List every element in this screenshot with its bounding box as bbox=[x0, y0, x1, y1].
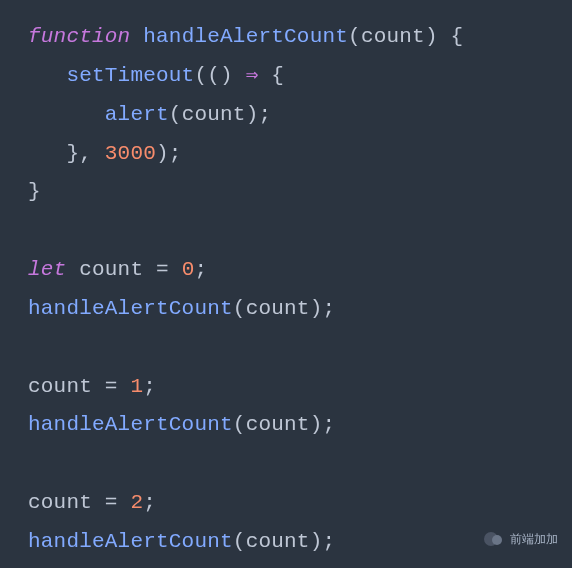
wechat-icon bbox=[482, 528, 504, 550]
line-3: alert(count); bbox=[28, 103, 271, 126]
line-13: count = 2; bbox=[28, 491, 156, 514]
line-6 bbox=[28, 219, 41, 242]
line-11: handleAlertCount(count); bbox=[28, 413, 335, 436]
param-count: count bbox=[361, 25, 425, 48]
number-0: 0 bbox=[182, 258, 195, 281]
watermark: 前端加加 bbox=[482, 528, 558, 550]
var-count: count bbox=[79, 258, 143, 281]
line-7: let count = 0; bbox=[28, 258, 207, 281]
function-name: handleAlertCount bbox=[143, 25, 348, 48]
number-3000: 3000 bbox=[105, 142, 156, 165]
line-9 bbox=[28, 336, 41, 359]
keyword-let: let bbox=[28, 258, 66, 281]
line-1: function handleAlertCount(count) { bbox=[28, 25, 463, 48]
line-5: } bbox=[28, 180, 41, 203]
watermark-text: 前端加加 bbox=[510, 528, 558, 550]
keyword-function: function bbox=[28, 25, 130, 48]
call-handleAlertCount: handleAlertCount bbox=[28, 297, 233, 320]
call-setTimeout: setTimeout bbox=[66, 64, 194, 87]
call-alert: alert bbox=[105, 103, 169, 126]
line-2: setTimeout(() ⇒ { bbox=[28, 64, 284, 87]
line-4: }, 3000); bbox=[28, 142, 182, 165]
number-2: 2 bbox=[130, 491, 143, 514]
number-1: 1 bbox=[130, 375, 143, 398]
arrow-icon: ⇒ bbox=[246, 64, 259, 87]
line-10: count = 1; bbox=[28, 375, 156, 398]
line-8: handleAlertCount(count); bbox=[28, 297, 335, 320]
code-block: function handleAlertCount(count) { setTi… bbox=[0, 0, 572, 568]
line-14: handleAlertCount(count); bbox=[28, 530, 335, 553]
line-12 bbox=[28, 452, 41, 475]
